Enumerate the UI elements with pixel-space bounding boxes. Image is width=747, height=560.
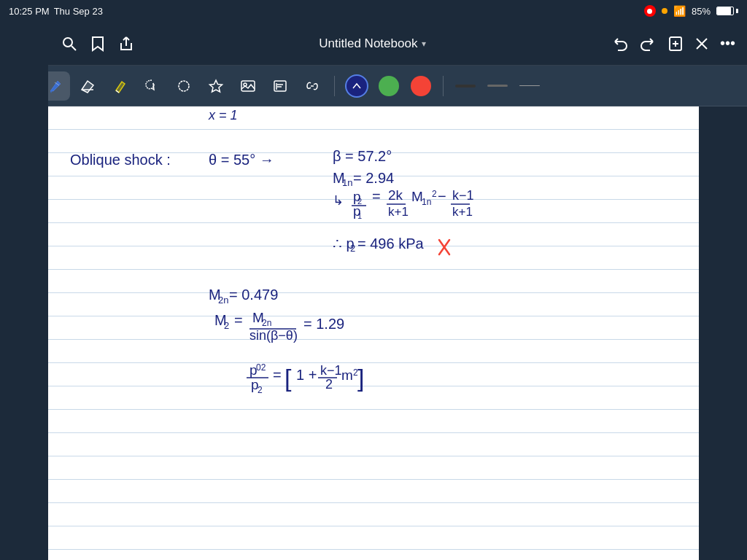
stroke-medium-indicator xyxy=(487,85,508,87)
handwritten-content: x = 1 Oblique shock : θ = 55° → β = 57.2… xyxy=(48,106,699,560)
status-bar: 10:25 PM Thu Sep 23 📶 85% xyxy=(0,0,747,22)
svg-text:k+1: k+1 xyxy=(452,205,473,219)
svg-text:2: 2 xyxy=(258,385,263,395)
svg-text:2: 2 xyxy=(432,189,437,199)
svg-text:1n: 1n xyxy=(422,197,431,207)
red-color-circle xyxy=(411,76,431,96)
svg-text:1: 1 xyxy=(357,211,362,220)
svg-text:= 496 kPa: = 496 kPa xyxy=(357,236,425,252)
svg-text:sin(β−θ): sin(β−θ) xyxy=(249,328,298,343)
date-display: Thu Sep 23 xyxy=(54,6,103,17)
svg-text:x = 1: x = 1 xyxy=(208,108,238,122)
svg-text:1n: 1n xyxy=(342,177,352,188)
svg-point-16 xyxy=(179,81,189,91)
stroke-thin-button[interactable] xyxy=(515,71,544,101)
green-color-circle xyxy=(379,76,399,96)
highlighter-tool-button[interactable] xyxy=(105,71,134,101)
tools-separator-1 xyxy=(334,76,335,96)
main-toolbar: ‹ Untitled No xyxy=(0,22,747,66)
new-page-button[interactable] xyxy=(667,36,684,52)
svg-text:=: = xyxy=(273,367,282,383)
notebook-area[interactable]: x = 1 Oblique shock : θ = 55° → β = 57.2… xyxy=(48,106,699,560)
green-color-button[interactable] xyxy=(374,71,403,101)
share-button[interactable] xyxy=(119,36,133,52)
toolbar-center: Untitled Notebook ▾ xyxy=(319,36,426,51)
svg-text:2n: 2n xyxy=(218,295,228,306)
notebook-title[interactable]: Untitled Notebook xyxy=(319,36,417,51)
shape-tool-button[interactable] xyxy=(169,71,198,101)
svg-text:2k: 2k xyxy=(388,187,403,203)
battery-percent: 85% xyxy=(692,6,711,17)
svg-text:−: − xyxy=(438,188,446,204)
svg-text:[: [ xyxy=(285,364,292,392)
stroke-thin-indicator xyxy=(519,85,540,87)
search-button[interactable] xyxy=(62,36,77,51)
svg-text:1 +: 1 + xyxy=(296,367,317,383)
svg-text:θ = 55° →: θ = 55° → xyxy=(209,152,274,168)
stroke-thick-indicator xyxy=(455,85,476,88)
color-picker-button[interactable] xyxy=(342,71,371,101)
undo-button[interactable] xyxy=(612,36,628,52)
toolbar-right: ••• xyxy=(612,35,735,52)
image-tool-button[interactable] xyxy=(233,71,263,101)
eraser-tool-button[interactable] xyxy=(73,71,102,101)
status-right: 📶 85% xyxy=(644,5,738,17)
red-color-button[interactable] xyxy=(406,71,436,101)
svg-text:2n: 2n xyxy=(262,318,271,328)
stroke-medium-button[interactable] xyxy=(483,71,512,101)
svg-text:↳: ↳ xyxy=(333,193,344,208)
close-button[interactable] xyxy=(695,37,708,50)
wifi-icon: 📶 xyxy=(673,5,686,17)
lasso-tool-button[interactable] xyxy=(137,71,166,101)
dot-indicator xyxy=(662,8,667,14)
svg-text:=: = xyxy=(234,312,243,328)
tools-bar xyxy=(0,66,747,106)
battery-icon xyxy=(716,7,738,15)
status-left: 10:25 PM Thu Sep 23 xyxy=(9,6,103,17)
svg-text:02: 02 xyxy=(256,362,266,373)
svg-text:2: 2 xyxy=(325,377,333,392)
record-indicator xyxy=(644,5,656,17)
bookmark-button[interactable] xyxy=(91,36,104,52)
text-tool-button[interactable] xyxy=(266,71,295,101)
svg-text:= 1.29: = 1.29 xyxy=(303,316,344,332)
svg-text:m: m xyxy=(341,368,353,383)
svg-point-4 xyxy=(63,38,72,47)
star-tool-button[interactable] xyxy=(201,71,231,101)
stroke-thick-button[interactable] xyxy=(451,71,480,101)
svg-text:k−1: k−1 xyxy=(452,188,474,203)
svg-text:= 2.94: = 2.94 xyxy=(353,170,394,186)
title-chevron[interactable]: ▾ xyxy=(422,39,426,49)
time-display: 10:25 PM xyxy=(9,6,50,17)
svg-text:k+1: k+1 xyxy=(388,205,409,219)
more-button[interactable]: ••• xyxy=(720,35,735,52)
left-sidebar-strip xyxy=(0,22,48,560)
redo-button[interactable] xyxy=(640,36,656,52)
svg-text:k−1: k−1 xyxy=(320,363,342,378)
svg-text:]: ] xyxy=(357,364,364,392)
svg-marker-17 xyxy=(210,80,222,92)
svg-line-5 xyxy=(71,46,76,50)
svg-text:= 0.479: = 0.479 xyxy=(229,287,278,303)
svg-text:Oblique shock :: Oblique shock : xyxy=(70,152,171,168)
tools-separator-2 xyxy=(443,76,444,96)
svg-text:β = 57.2°: β = 57.2° xyxy=(333,148,392,164)
svg-text:=: = xyxy=(372,188,381,204)
svg-text:2: 2 xyxy=(224,320,229,331)
link-tool-button[interactable] xyxy=(298,71,327,101)
svg-text:2: 2 xyxy=(350,243,355,254)
